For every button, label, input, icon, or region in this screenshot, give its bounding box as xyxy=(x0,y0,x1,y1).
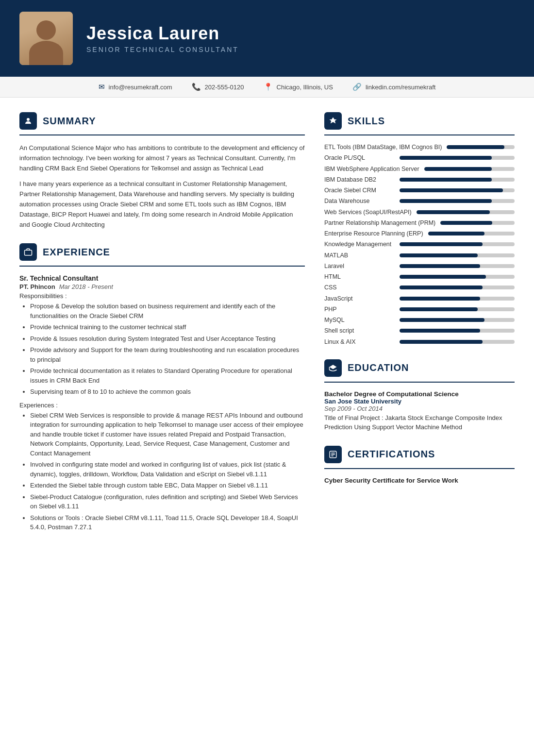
skill-bar-bg xyxy=(400,264,515,268)
skill-name: Oracle PL/SQL xyxy=(324,154,395,162)
skill-name: IBM WebSphere Application Server xyxy=(324,165,419,173)
email-text: info@resumekraft.com xyxy=(109,84,172,91)
location-text: Chicago, Illinois, US xyxy=(277,84,333,91)
skill-bar-fill xyxy=(400,178,492,182)
contact-phone: 📞 202-555-0120 xyxy=(192,83,244,91)
skill-item: IBM Database DB2 xyxy=(324,176,515,184)
skill-bar-bg xyxy=(400,340,515,344)
edu-degree: Bachelor Degree of Computational Science xyxy=(324,390,515,398)
header-info: Jessica Lauren SENIOR TECHNICAL CONSULTA… xyxy=(86,23,239,53)
skill-bar-fill xyxy=(400,297,480,301)
contact-bar: ✉ info@resumekraft.com 📞 202-555-0120 📍 … xyxy=(0,77,534,98)
header: Jessica Lauren SENIOR TECHNICAL CONSULTA… xyxy=(0,0,534,77)
phone-text: 202-555-0120 xyxy=(205,84,244,91)
skill-name: CSS xyxy=(324,284,395,291)
summary-para-2: I have many years experience as a techni… xyxy=(19,179,305,230)
skill-bar-fill xyxy=(400,329,480,333)
list-item: Provide advisory and Support for the tea… xyxy=(30,345,305,364)
job-entry: Sr. Technical Consultant PT. Phincon Mar… xyxy=(19,274,305,532)
skill-item: Laravel xyxy=(324,262,515,270)
skill-bar-bg xyxy=(428,232,515,235)
skill-name: Shell script xyxy=(324,327,395,335)
skill-bar-fill xyxy=(440,221,492,225)
edu-dates: Sep 2009 - Oct 2014 xyxy=(324,405,515,412)
skill-item: Web Services (SoapUI/RestAPI) xyxy=(324,208,515,216)
linkedin-icon: 🔗 xyxy=(352,83,362,91)
certifications-section: CERTIFICATIONS Cyber Security Certificat… xyxy=(324,446,515,484)
skill-bar-fill xyxy=(400,307,478,311)
skill-bar-bg xyxy=(400,242,515,246)
phone-icon: 📞 xyxy=(192,83,201,91)
skill-item: Oracle Siebel CRM xyxy=(324,186,515,194)
main-content: SUMMARY An Computational Science Major w… xyxy=(0,98,534,556)
avatar xyxy=(19,12,73,65)
skill-bar-fill xyxy=(400,188,503,192)
skill-bar-fill xyxy=(400,264,480,268)
skill-bar-bg xyxy=(417,210,515,214)
list-item: Supervising team of 8 to 10 to achieve t… xyxy=(30,387,305,397)
skill-bar-fill xyxy=(428,232,484,235)
email-icon: ✉ xyxy=(99,83,105,91)
certifications-divider xyxy=(324,468,515,469)
skill-bar-fill xyxy=(400,156,492,160)
skill-item: Oracle PL/SQL xyxy=(324,154,515,162)
skill-bar-bg xyxy=(400,329,515,333)
skill-bar-fill xyxy=(400,253,478,257)
skills-icon xyxy=(324,112,342,130)
skill-name: PHP xyxy=(324,305,395,313)
skill-bar-fill xyxy=(447,145,504,149)
list-item: Solutions or Tools : Oracle Siebel CRM v… xyxy=(30,513,305,532)
experiences-label: Experiences : xyxy=(19,402,305,409)
education-header: EDUCATION xyxy=(324,359,515,377)
list-item: Involved in configuring state model and … xyxy=(30,460,305,479)
location-icon: 📍 xyxy=(264,83,273,91)
skill-item: Enterprise Resource Planning (ERP) xyxy=(324,230,515,237)
skill-item: Partner Relationship Management (PRM) xyxy=(324,219,515,227)
experience-icon xyxy=(19,243,37,261)
avatar-image xyxy=(19,12,73,65)
svg-point-0 xyxy=(27,118,30,121)
skill-name: HTML xyxy=(324,273,395,281)
skill-bar-bg xyxy=(400,297,515,301)
skill-bar-bg xyxy=(400,307,515,311)
certifications-icon xyxy=(324,446,342,463)
skill-bar-bg xyxy=(400,199,515,203)
job-title: Sr. Technical Consultant xyxy=(19,274,305,282)
skill-item: CSS xyxy=(324,284,515,291)
education-section: EDUCATION Bachelor Degree of Computation… xyxy=(324,359,515,432)
summary-divider xyxy=(19,134,305,135)
right-column: SKILLS ETL Tools (IBM DataStage, IBM Cog… xyxy=(324,112,515,542)
skill-bar-bg xyxy=(400,318,515,322)
skill-name: IBM Database DB2 xyxy=(324,176,395,184)
skill-bar-bg xyxy=(400,286,515,289)
skill-bar-fill xyxy=(400,340,483,344)
skill-item: Shell script xyxy=(324,327,515,335)
edu-university: San Jose State University xyxy=(324,398,515,405)
experience-header: EXPERIENCE xyxy=(19,243,305,261)
skill-name: Web Services (SoapUI/RestAPI) xyxy=(324,208,412,216)
job-company: PT. Phincon xyxy=(19,283,55,290)
skill-bar-fill xyxy=(424,167,492,171)
skill-name: Partner Relationship Management (PRM) xyxy=(324,219,435,227)
skill-name: ETL Tools (IBM DataStage, IBM Cognos BI) xyxy=(324,143,442,151)
summary-title: SUMMARY xyxy=(43,116,96,127)
certification-entry: Cyber Security Certificate for Service W… xyxy=(324,477,515,484)
education-entry: Bachelor Degree of Computational Science… xyxy=(324,390,515,432)
experience-title: EXPERIENCE xyxy=(43,247,110,258)
skills-title: SKILLS xyxy=(348,116,385,127)
skill-name: Data Warehouse xyxy=(324,197,395,205)
list-item: Provide technical training to the custom… xyxy=(30,322,305,332)
education-divider xyxy=(324,382,515,383)
skill-name: Knowledge Management xyxy=(324,240,395,248)
summary-header: SUMMARY xyxy=(19,112,305,130)
list-item: Extended the Siebel table through custom… xyxy=(30,481,305,490)
skill-bar-bg xyxy=(400,188,515,192)
skill-item: PHP xyxy=(324,305,515,313)
skill-bar-fill xyxy=(417,210,490,214)
skill-name: Linux & AIX xyxy=(324,338,395,346)
summary-para-1: An Computational Science Major who has a… xyxy=(19,143,305,173)
skill-bar-bg xyxy=(400,156,515,160)
certifications-title: CERTIFICATIONS xyxy=(348,449,435,460)
experiences-list: Siebel CRM Web Services is responsible t… xyxy=(19,411,305,532)
skill-item: Knowledge Management xyxy=(324,240,515,248)
